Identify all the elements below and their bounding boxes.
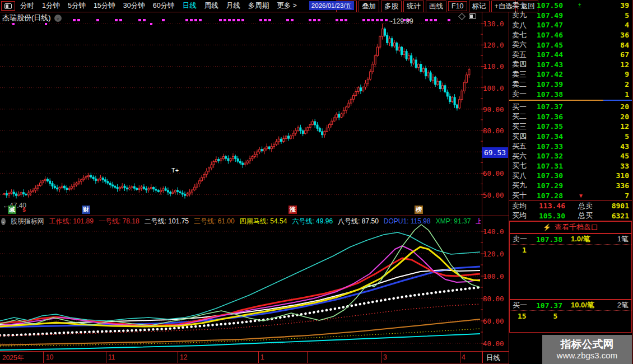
level-price: 107.42	[537, 70, 578, 78]
level-price: 107.36	[537, 113, 578, 121]
indicator-value-三号线: 三号线: 61.00	[194, 217, 235, 226]
level-volume: 67	[584, 50, 629, 59]
sell-row-卖七[interactable]: 卖七107.4636	[509, 30, 632, 40]
level-volume: 45	[584, 152, 629, 160]
level-volume: 12	[584, 122, 629, 130]
sell-row-卖九[interactable]: 卖九107.495	[509, 11, 632, 21]
menu-item-60分钟[interactable]: 60分钟	[153, 1, 175, 11]
menu-item-分时[interactable]: 分时	[20, 1, 34, 11]
menu-item-30分钟[interactable]: 30分钟	[123, 1, 145, 11]
level-price: 107.30	[537, 171, 578, 180]
diamond-icon[interactable]	[458, 13, 466, 20]
level-label: 买六	[512, 151, 537, 161]
menu-item-周线[interactable]: 周线	[204, 1, 218, 11]
level-volume: 20	[584, 113, 629, 121]
date-axis-separator	[106, 352, 106, 363]
sell-tick-count: 1笔	[606, 234, 629, 244]
sell-row-卖六[interactable]: 卖六107.4584	[509, 40, 632, 50]
level-label: 卖一	[512, 89, 537, 99]
layout-toggle-button[interactable]	[1, 1, 15, 11]
crosshair-date-box: 2026/01/23/五	[309, 1, 354, 10]
level-volume: 336	[584, 181, 629, 190]
level-volume: 36	[584, 31, 629, 39]
menu-item-5分钟[interactable]: 5分钟	[68, 1, 86, 11]
indicator-line-blue	[0, 267, 480, 327]
buy-row-买八[interactable]: 买八107.30310	[509, 171, 632, 181]
indicator-logo-icon[interactable]: ⌄	[1, 218, 6, 225]
price-tick-100: 100.0	[483, 84, 508, 92]
toolbar-button-叠加[interactable]: 叠加	[359, 1, 379, 12]
price-tick-80: 80.00	[483, 127, 508, 135]
sell-avg-label: 卖均	[512, 201, 539, 211]
buy-avg-value: 105.30	[539, 212, 578, 220]
toolbar-button-F10[interactable]: F10	[448, 1, 467, 11]
indicator-line-white-dotted-ma	[0, 287, 480, 335]
menu-item-多周期[interactable]: 多周期	[248, 1, 269, 11]
chevron-down-icon[interactable]: ⌄	[54, 15, 62, 22]
indicator-line-yellow	[0, 247, 480, 326]
period-menu: 分时1分钟5分钟15分钟30分钟60分钟日线周线月线多周期更多 >	[20, 0, 297, 12]
indicator-value-六号线: 六号线: 49.96	[292, 217, 333, 226]
panel-toggle-icon[interactable]	[469, 13, 476, 19]
level-price: 107.43	[537, 60, 578, 69]
menu-item-更多 >[interactable]: 更多 >	[277, 1, 297, 11]
buy-row-买五[interactable]: 买五107.3343	[509, 141, 632, 151]
toolbar-button-统计[interactable]: 统计	[403, 1, 424, 12]
chart-graphics	[0, 0, 509, 364]
sell-row-卖十[interactable]: 卖十107.50±39	[509, 1, 632, 11]
menu-item-15分钟[interactable]: 15分钟	[94, 1, 115, 11]
level-label: 买五	[512, 141, 537, 151]
signal-badge-ŝ: ŝ	[21, 206, 27, 214]
buy-row-买七[interactable]: 买七107.3133	[509, 161, 632, 171]
menu-item-月线[interactable]: 月线	[226, 1, 240, 11]
sell-row-卖五[interactable]: 卖五107.4467	[509, 50, 632, 60]
total-sell-label: 总卖	[578, 201, 603, 211]
buy-row-买六[interactable]: 买六107.3245	[509, 151, 632, 161]
view-full-depth-button[interactable]: ⚡ 查看千档盘口	[509, 221, 632, 234]
indicator-line-red	[0, 258, 480, 325]
chart-corner-icons	[459, 13, 476, 19]
sell-row-卖三[interactable]: 卖三107.429	[509, 69, 632, 80]
indicator-tick-100: 100.0	[483, 272, 508, 281]
buy-row-买一[interactable]: 买一107.3720	[509, 102, 632, 112]
indicator-line-pale-green	[0, 225, 480, 325]
indicator-line-orange	[0, 319, 480, 345]
level-label: 买三	[512, 122, 537, 132]
indicator-value-二号线: 二号线: 101.75	[145, 217, 189, 226]
menu-item-日线[interactable]: 日线	[183, 1, 197, 11]
level-volume: 4	[584, 21, 629, 29]
buy-row-买四[interactable]: 买四107.345	[509, 132, 632, 142]
sell-row-卖一[interactable]: 卖一107.381	[509, 89, 632, 99]
level-price: 107.35	[537, 122, 578, 130]
menu-item-1分钟[interactable]: 1分钟	[42, 1, 60, 11]
price-tick-110: 110.0	[483, 62, 508, 71]
toolbar-button-标记[interactable]: 标记	[469, 1, 490, 12]
level-label: 买一	[512, 102, 537, 112]
buy-row-买九[interactable]: 买九107.29336	[509, 181, 632, 191]
level-price: 107.49	[537, 11, 578, 20]
level-price: 107.33	[537, 142, 578, 151]
sell-row-卖八[interactable]: 卖八107.474	[509, 20, 632, 30]
indicator-value-XMP: XMP: 91.37	[436, 217, 471, 225]
indicator-value-工作线: 工作线: 101.89	[49, 217, 94, 226]
signal-badge-财: 财	[82, 206, 90, 214]
sell-average-row: 卖均 113.46 总卖 8901	[509, 201, 632, 211]
indicator-value-八号线: 八号线: 87.50	[338, 217, 379, 226]
crosshair-price-box: 69.53	[482, 147, 508, 158]
buy-tick-header: 买一 107.37 10.0/笔 2笔	[510, 300, 631, 311]
sell-row-卖二[interactable]: 卖二107.392	[509, 80, 632, 90]
sell-row-卖四[interactable]: 卖四107.4312	[509, 60, 632, 70]
level-price: 107.38	[537, 90, 578, 99]
date-label-12: 12	[180, 353, 187, 361]
level-label: 买四	[512, 132, 537, 142]
buy-row-买十[interactable]: 买十107.28▼7	[509, 190, 632, 200]
toolbar-button-多股[interactable]: 多股	[381, 1, 402, 12]
toolbar-button-画线[interactable]: 画线	[426, 1, 446, 12]
indicator-line-cyan-flat	[0, 334, 480, 350]
buy-tick-price: 107.37	[536, 301, 571, 310]
level-volume: 39	[584, 1, 629, 10]
price-tick-60: 60.00	[483, 169, 508, 178]
buy-row-买三[interactable]: 买三107.3512	[509, 122, 632, 132]
level-label: 卖十	[512, 1, 537, 11]
buy-row-买二[interactable]: 买二107.3620	[509, 112, 632, 122]
